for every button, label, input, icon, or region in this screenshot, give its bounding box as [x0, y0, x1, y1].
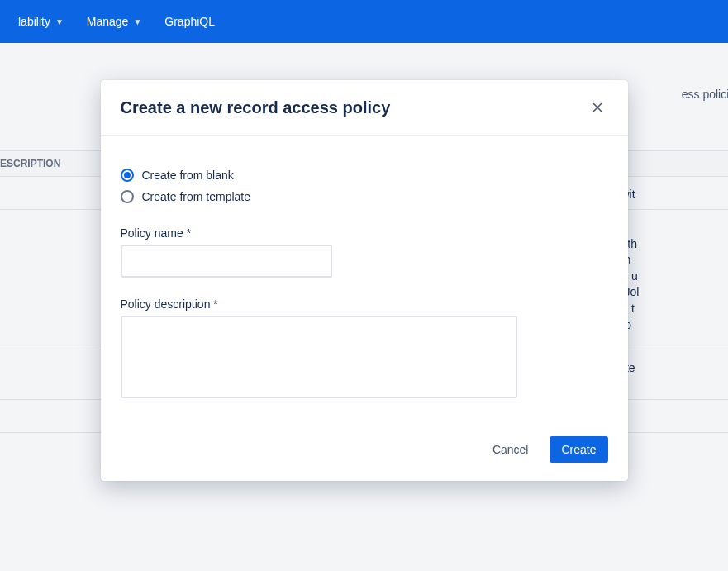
radio-label: Create from blank — [142, 169, 234, 182]
policy-description-label: Policy description * — [121, 297, 608, 311]
top-nav: lability ▼ Manage ▼ GraphiQL — [0, 0, 728, 43]
policy-description-input[interactable] — [121, 316, 517, 398]
cancel-button[interactable]: Cancel — [481, 436, 540, 463]
nav-item-graphiql[interactable]: GraphiQL — [156, 10, 223, 33]
page-description-right: ess policies. — [682, 88, 728, 101]
page-title: es — [0, 59, 728, 83]
create-mode-radio-group: Create from blank Create from template — [121, 169, 608, 203]
modal-title: Create a new record access policy — [121, 98, 391, 117]
radio-create-blank[interactable]: Create from blank — [121, 169, 608, 182]
row-text-left: ew game — [0, 410, 99, 426]
policy-name-label: Policy name * — [121, 226, 608, 240]
modal-overlay: Create a new record access policy Create… — [0, 0, 728, 571]
nav-label: lability — [18, 15, 50, 28]
policy-name-field: Policy name * — [121, 226, 608, 278]
row-text-left: llows users to see o — [0, 360, 99, 377]
policy-name-input[interactable] — [121, 245, 332, 278]
chevron-down-icon: ▼ — [133, 17, 141, 26]
nav-label: GraphiQL — [164, 15, 215, 28]
create-button[interactable]: Create — [550, 436, 607, 463]
create-policy-modal: Create a new record access policy Create… — [101, 80, 628, 481]
radio-create-template[interactable]: Create from template — [121, 190, 608, 203]
close-icon — [590, 100, 605, 115]
nav-label: Manage — [87, 15, 129, 28]
row-text-left: llows users to see o est — [0, 220, 99, 252]
radio-label: Create from template — [142, 190, 251, 203]
policy-description-field: Policy description * — [121, 297, 608, 402]
nav-item-lability[interactable]: lability ▼ — [10, 10, 72, 33]
chevron-down-icon: ▼ — [55, 17, 64, 26]
modal-body: Create from blank Create from template P… — [101, 136, 628, 421]
radio-indicator — [121, 190, 134, 203]
radio-dot — [124, 172, 131, 178]
modal-header: Create a new record access policy — [101, 80, 628, 136]
nav-item-manage[interactable]: Manage ▼ — [79, 10, 150, 33]
close-button[interactable] — [587, 97, 608, 118]
modal-footer: Cancel Create — [101, 421, 628, 481]
radio-indicator — [121, 169, 134, 182]
